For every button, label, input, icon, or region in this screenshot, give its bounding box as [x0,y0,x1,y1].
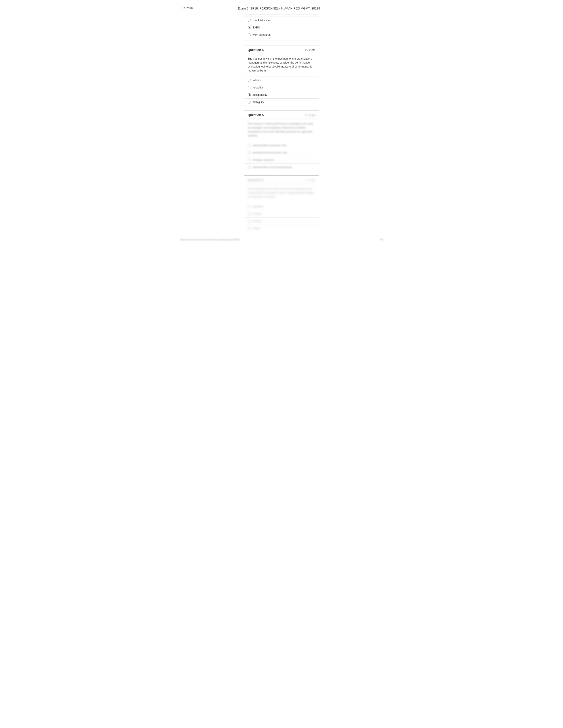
question5-card: Question 5 2 / 2 pts The manner in which… [244,110,319,171]
question4-body: The manner in which the members of the o… [244,54,319,75]
footer-url: https://assessments.lumenlearning.com/qu… [180,238,240,241]
option-label: reliability [252,86,263,89]
question5-pts: 2 / 2 pts [305,113,315,117]
option-label: work standards [252,33,270,36]
question4-text: The manner in which the members of the o… [248,57,312,72]
question4-options: validity reliability acceptability ambig… [244,77,319,106]
radio-button[interactable] [248,212,251,215]
option-label: strategic purposes [252,158,274,161]
option-label: checklist scale [252,19,269,22]
radio-button[interactable] [248,79,251,82]
date-label: 4/11/2018 [180,7,193,10]
option-label: administrative purposes only [252,144,286,147]
question3-partial-card: checklist scale BARS work standards [244,15,319,41]
option-label: ranking [252,212,261,215]
radio-button[interactable] [248,151,251,154]
question5-body: The manner in which performance evaluati… [244,119,319,140]
list-item[interactable]: appraisal [244,203,319,210]
list-item[interactable]: ranking [244,217,319,225]
question6-card: Question 6 1 / 1 pts Blurred question te… [244,175,319,232]
radio-button-selected[interactable] [248,93,251,96]
question3-options: checklist scale BARS work standards [244,17,319,38]
list-item[interactable]: administrative and developmental [244,163,319,171]
radio-button[interactable] [248,166,251,169]
page-header: 4/11/2018 Exam 3: SP18: PERSONNEL - HUMA… [175,4,388,15]
option-label: validity [252,79,261,82]
list-item[interactable]: reliability [244,84,319,91]
radio-button[interactable] [248,86,251,89]
list-item[interactable]: developmental purposes only [244,149,319,156]
question5-header: Question 5 2 / 2 pts [244,111,319,119]
radio-button[interactable] [248,144,251,147]
list-item[interactable]: checklist scale [244,17,319,24]
exam-title: Exam 3: SP18: PERSONNEL - HUMAN RES MGMT… [193,7,366,10]
radio-button[interactable] [248,205,251,208]
question4-pts: 2 / 2 pts [305,48,315,52]
list-item[interactable]: ranking [244,210,319,217]
list-item[interactable]: work standards [244,31,319,38]
footer: https://assessments.lumenlearning.com/qu… [175,236,388,243]
question4-title: Question 4 [248,48,263,52]
list-item[interactable]: administrative purposes only [244,142,319,149]
question5-options: administrative purposes only development… [244,142,319,171]
question5-text: The manner in which performance evaluati… [248,122,313,137]
question5-title: Question 5 [248,113,263,117]
list-item[interactable]: rating [244,225,319,232]
list-item[interactable]: ambiguity [244,98,319,106]
footer-page: 7/8 [380,238,383,241]
option-label: ranking [252,220,261,223]
option-label: BARS [252,26,260,29]
list-item[interactable]: acceptability [244,91,319,98]
question6-header: Question 6 1 / 1 pts [244,176,319,184]
option-label: rating [252,227,259,230]
list-item[interactable]: BARS [244,24,319,31]
option-label: ambiguity [252,101,264,104]
list-item[interactable]: strategic purposes [244,156,319,163]
question6-text: Blurred question text about performance … [248,187,314,198]
question6-pts: 1 / 1 pts [305,178,315,182]
radio-button[interactable] [248,101,251,104]
radio-button[interactable] [248,227,251,230]
option-label: acceptability [252,93,267,96]
question4-card: Question 4 2 / 2 pts The manner in which… [244,45,319,106]
question4-header: Question 4 2 / 2 pts [244,45,319,54]
radio-button-selected[interactable] [248,26,251,29]
question6-options: appraisal ranking ranking rating [244,203,319,232]
radio-button[interactable] [248,220,251,223]
list-item[interactable]: validity [244,77,319,84]
radio-button[interactable] [248,19,251,22]
radio-button[interactable] [248,33,251,36]
option-label: appraisal [252,205,263,208]
question6-body: Blurred question text about performance … [244,184,319,201]
question6-title: Question 6 [248,178,263,182]
option-label: administrative and developmental [252,166,292,169]
option-label: developmental purposes only [252,151,287,154]
radio-button[interactable] [248,158,251,161]
